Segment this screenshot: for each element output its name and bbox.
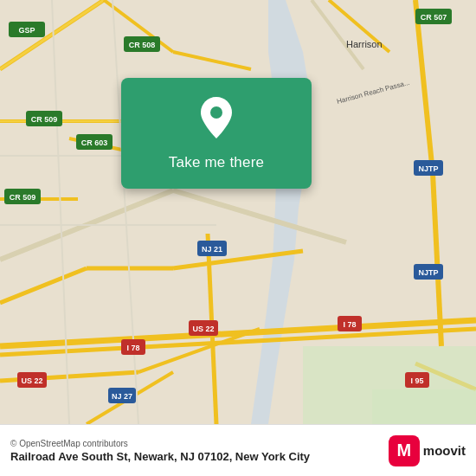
svg-text:Harrison: Harrison bbox=[346, 39, 383, 49]
moovit-logo: M moovit bbox=[389, 435, 466, 466]
address-section: © OpenStreetMap contributors Railroad Av… bbox=[10, 439, 310, 463]
svg-text:US 22: US 22 bbox=[21, 376, 42, 385]
moovit-icon: M bbox=[389, 435, 420, 466]
svg-text:NJTP: NJTP bbox=[418, 164, 438, 173]
svg-text:CR 508: CR 508 bbox=[129, 41, 156, 49]
take-me-there-button[interactable]: Take me there bbox=[162, 151, 271, 175]
svg-text:CR 507: CR 507 bbox=[421, 13, 447, 22]
svg-text:NJ 21: NJ 21 bbox=[202, 245, 222, 254]
svg-text:CR 509: CR 509 bbox=[10, 193, 36, 202]
copyright-text: © OpenStreetMap contributors bbox=[10, 439, 310, 448]
svg-text:US 22: US 22 bbox=[192, 325, 214, 333]
svg-text:CR 509: CR 509 bbox=[31, 115, 58, 124]
svg-text:I 95: I 95 bbox=[410, 376, 423, 385]
map-card: Take me there bbox=[121, 78, 312, 189]
location-pin-icon bbox=[197, 95, 235, 140]
svg-text:NJTP: NJTP bbox=[418, 268, 438, 277]
svg-text:I 78: I 78 bbox=[343, 320, 356, 329]
svg-point-66 bbox=[210, 106, 222, 119]
map-container: GSP CR 509 CR 509 CR 508 CR 603 CR 507 H… bbox=[0, 0, 476, 424]
moovit-brand-text: moovit bbox=[423, 443, 466, 458]
svg-rect-31 bbox=[372, 389, 476, 424]
address-text: Railroad Ave South St, Newark, NJ 07102,… bbox=[10, 450, 310, 463]
svg-text:CR 603: CR 603 bbox=[81, 138, 108, 147]
svg-text:I 78: I 78 bbox=[126, 344, 139, 352]
bottom-bar: © OpenStreetMap contributors Railroad Av… bbox=[0, 424, 476, 476]
svg-text:GSP: GSP bbox=[18, 26, 35, 35]
svg-text:NJ 27: NJ 27 bbox=[112, 392, 132, 401]
